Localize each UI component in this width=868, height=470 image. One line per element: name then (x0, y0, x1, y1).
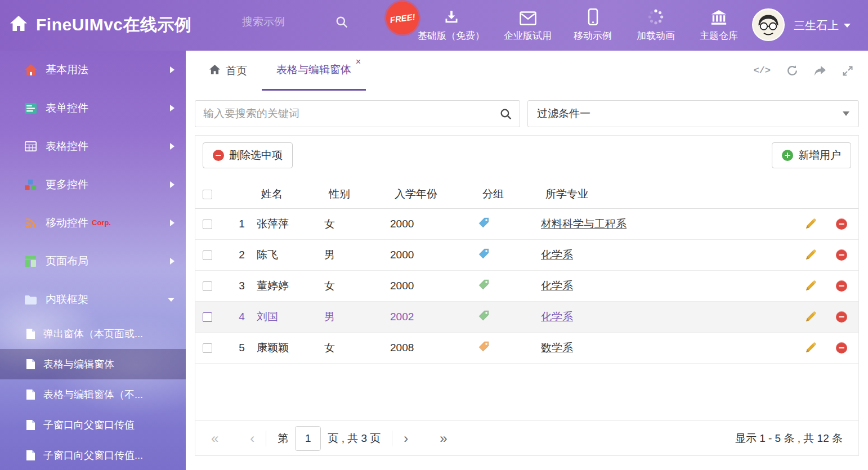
record-summary: 显示 1 - 5 条 , 共 12 条 (735, 431, 843, 446)
avatar[interactable] (752, 8, 785, 41)
tab-grid-edit-window[interactable]: 表格与编辑窗体 × (262, 51, 366, 91)
sidebar-item[interactable]: 表单控件 (0, 89, 186, 127)
add-user-button[interactable]: 新增用户 (772, 142, 851, 168)
header-nav-item[interactable]: 加载动画 (634, 8, 678, 42)
table-row[interactable]: 2 陈飞 男 2000 化学系 (195, 240, 858, 271)
last-page-button[interactable]: » (440, 432, 447, 445)
refresh-icon[interactable] (786, 65, 798, 77)
header-nav-item[interactable]: 主题仓库 (697, 8, 741, 42)
row-checkbox[interactable] (203, 220, 212, 229)
tab-label: 表格与编辑窗体 (276, 62, 351, 77)
pagination-bar: « ‹ 第 页 , 共 3 页 › » 显示 1 - 5 条 , 共 12 条 (195, 420, 858, 455)
nav-label: 加载动画 (637, 29, 675, 42)
major-link[interactable]: 材料科学与工程系 (541, 218, 627, 230)
filter-dropdown-value: 过滤条件一 (537, 106, 590, 121)
row-checkbox[interactable] (203, 250, 212, 260)
search-icon[interactable] (335, 16, 348, 28)
select-all-checkbox[interactable] (203, 190, 212, 199)
sidebar-subitem[interactable]: 表格与编辑窗体（不... (0, 379, 186, 410)
sidebar-item[interactable]: 基本用法 (0, 51, 186, 89)
filter-row: 过滤条件一 (195, 100, 859, 127)
chevron-down-icon (844, 24, 851, 28)
table-row[interactable]: 1 张萍萍 女 2000 材料科学与工程系 (195, 209, 858, 240)
sidebar-subitem-label: 子窗口向父窗口传值... (43, 449, 143, 462)
tab-home[interactable]: 首页 (195, 51, 262, 91)
delete-icon[interactable] (836, 249, 847, 261)
first-page-button[interactable]: « (211, 432, 218, 445)
filter-dropdown[interactable]: 过滤条件一 (527, 100, 859, 127)
col-gender[interactable]: 性别 (322, 187, 388, 202)
download-icon (443, 8, 460, 25)
keyword-search-input[interactable] (203, 108, 500, 120)
major-link[interactable]: 化学系 (541, 249, 573, 261)
row-number: 1 (229, 218, 254, 230)
close-icon[interactable]: × (356, 57, 361, 66)
edit-icon[interactable] (804, 341, 817, 355)
user-menu[interactable]: 三生石上 (794, 0, 851, 51)
app-header: FineUIMvc在线示例 FREE! 基础版（免费） 企业版试用 移动示例 加… (0, 0, 868, 51)
prev-page-button[interactable]: ‹ (250, 432, 254, 445)
expand-icon[interactable] (842, 65, 853, 77)
delete-selected-button[interactable]: 删除选中项 (203, 142, 293, 168)
header-search (242, 16, 360, 28)
user-name: 三生石上 (794, 18, 839, 33)
row-checkbox[interactable] (203, 281, 212, 291)
header-nav: 基础版（免费） 企业版试用 移动示例 加载动画 主题仓库 (418, 0, 741, 51)
keyword-search-box (195, 100, 520, 127)
search-icon[interactable] (500, 108, 512, 120)
tag-icon (478, 217, 490, 231)
tag-icon (478, 341, 490, 355)
share-icon[interactable] (814, 65, 826, 77)
table-row[interactable]: 4 刘国 男 2002 化学系 (195, 302, 858, 333)
edit-icon[interactable] (804, 310, 817, 324)
sidebar-subitem[interactable]: 弹出窗体（本页面或... (0, 319, 186, 349)
file-icon (26, 420, 35, 430)
minus-circle-icon (213, 150, 224, 161)
chevron-down-icon (843, 111, 849, 116)
sidebar-item[interactable]: 内联框架 (0, 280, 186, 319)
cell-gender: 男 (322, 310, 388, 324)
code-icon[interactable]: </> (753, 65, 771, 76)
row-number: 5 (229, 342, 254, 354)
sidebar-subitem[interactable]: 子窗口向父窗口传值 (0, 410, 186, 440)
edit-icon[interactable] (804, 279, 817, 293)
header-nav-item[interactable]: 基础版（免费） (418, 8, 485, 42)
chevron-right-icon (170, 143, 175, 150)
major-link[interactable]: 化学系 (541, 280, 573, 292)
file-icon (26, 359, 35, 369)
row-checkbox[interactable] (203, 312, 212, 322)
col-year[interactable]: 入学年份 (388, 187, 476, 202)
folder-icon (25, 295, 38, 305)
sidebar-subitem-label: 表格与编辑窗体 (43, 357, 114, 371)
col-name[interactable]: 姓名 (254, 187, 322, 202)
table-row[interactable]: 3 董婷婷 女 2000 化学系 (195, 271, 858, 302)
file-icon (26, 329, 35, 339)
delete-icon[interactable] (836, 218, 847, 230)
header-nav-item[interactable]: 企业版试用 (504, 8, 552, 42)
sidebar-subitem[interactable]: 子窗口向父窗口传值... (0, 440, 186, 470)
sidebar-item[interactable]: 移动控件 Corp. (0, 204, 186, 242)
delete-icon[interactable] (836, 280, 847, 292)
edit-icon[interactable] (804, 217, 817, 231)
home-icon[interactable] (10, 16, 27, 33)
delete-icon[interactable] (836, 311, 847, 323)
sidebar-item[interactable]: 更多控件 (0, 165, 186, 204)
sidebar-subitem[interactable]: 表格与编辑窗体 (0, 349, 186, 379)
file-icon (26, 390, 35, 400)
delete-icon[interactable] (836, 342, 847, 353)
header-nav-item[interactable]: 移动示例 (571, 8, 615, 42)
sidebar-item[interactable]: 表格控件 (0, 127, 186, 165)
col-major[interactable]: 所学专业 (539, 187, 797, 202)
next-page-button[interactable]: › (404, 432, 408, 445)
row-checkbox[interactable] (203, 343, 212, 353)
edit-icon[interactable] (804, 248, 817, 262)
major-link[interactable]: 化学系 (541, 311, 573, 323)
major-link[interactable]: 数学系 (541, 342, 573, 353)
sidebar-submenu: 弹出窗体（本页面或... 表格与编辑窗体 表格与编辑窗体（不... 子窗口向父窗… (0, 319, 186, 470)
sidebar-item[interactable]: 页面布局 (0, 242, 186, 280)
header-search-input[interactable] (242, 16, 332, 28)
page-number-input[interactable] (295, 426, 321, 451)
col-group[interactable]: 分组 (476, 187, 539, 202)
table-row[interactable]: 5 康颖颖 女 2008 数学系 (195, 333, 858, 364)
plus-circle-icon (782, 150, 793, 161)
